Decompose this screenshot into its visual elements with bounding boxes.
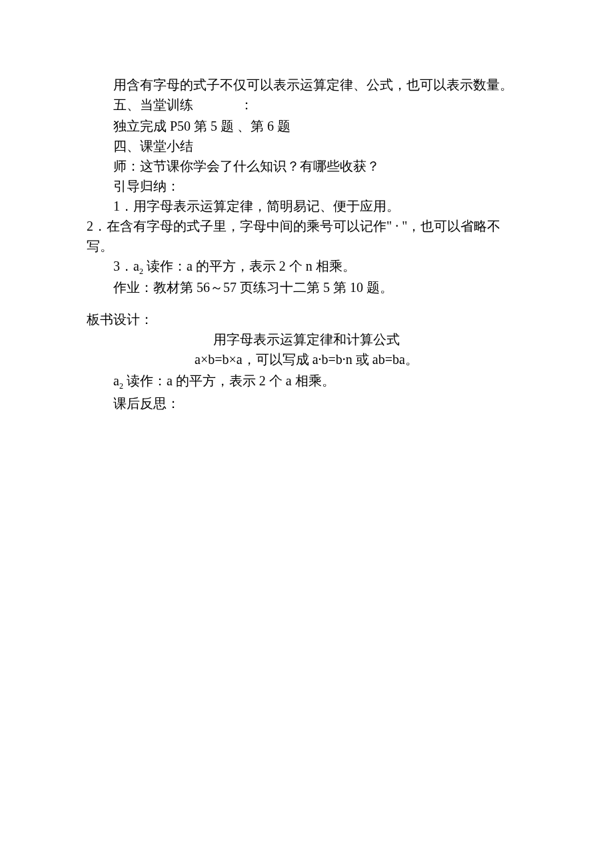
board-reading: a2 读作：a 的平方，表示 2 个 a 相乘。 xyxy=(87,371,526,392)
body-text: 作业：教材第 56～57 页练习十二第 5 第 10 题。 xyxy=(87,277,526,297)
text-prefix: a xyxy=(113,373,119,388)
body-text: 师：这节课你学会了什么知识？有哪些收获？ xyxy=(87,156,526,176)
body-text: 用含有字母的式子不仅可以表示运算定律、公式，也可以表示数量。 xyxy=(87,75,526,95)
body-text: 独立完成 P50 第 5 题 、第 6 题 xyxy=(87,116,526,136)
list-item: 3．a2 读作：a 的平方，表示 2 个 n 相乘。 xyxy=(87,256,526,277)
list-item: 2．在含有字母的式子里，字母中间的乘号可以记作" · "，也可以省略不写。 xyxy=(87,216,526,256)
body-text: 引导归纳： xyxy=(87,176,526,196)
colon: ： xyxy=(240,97,253,112)
text-prefix: 3．a xyxy=(113,259,139,273)
section-label: 五、当堂训练 xyxy=(113,97,193,112)
list-item: 1．用字母表示运算定律，简明易记、便于应用。 xyxy=(87,196,526,216)
text: 2．在含有字母的式子里，字母中间的乘号可以记作" · "，也可以省略不写。 xyxy=(87,219,500,253)
board-formula: a×b=b×a，可以写成 a·b=b·n 或 ab=ba。 xyxy=(87,349,526,369)
document-page: 用含有字母的式子不仅可以表示运算定律、公式，也可以表示数量。 五、当堂训练： 独… xyxy=(0,0,613,413)
text-suffix: 读作：a 的平方，表示 2 个 n 相乘。 xyxy=(143,259,356,273)
board-title: 用字母表示运算定律和计算公式 xyxy=(87,329,526,349)
text-suffix: 读作：a 的平方，表示 2 个 a 相乘。 xyxy=(123,373,335,388)
section-header-board: 板书设计： xyxy=(87,309,526,329)
section-header-5: 五、当堂训练： xyxy=(87,95,526,115)
section-header-4: 四、课堂小结 xyxy=(87,136,526,156)
section-header-reflection: 课后反思： xyxy=(87,393,526,413)
